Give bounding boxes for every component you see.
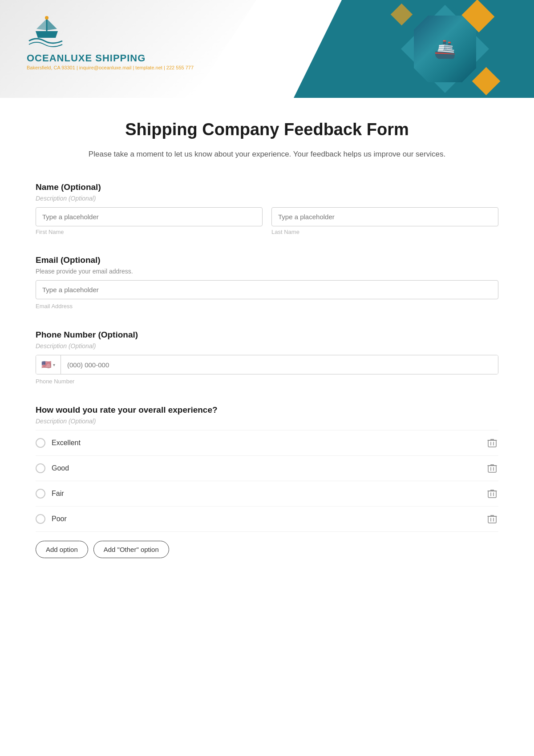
name-section: Name (Optional) Description (Optional) F… <box>36 182 498 235</box>
last-name-input[interactable] <box>271 207 498 226</box>
phone-number-input[interactable] <box>61 355 498 374</box>
rating-options-list: Excellent Good <box>36 430 498 532</box>
radio-button-excellent[interactable] <box>36 438 45 448</box>
rating-option-poor[interactable]: Poor <box>36 507 498 532</box>
add-other-option-button[interactable]: Add "Other" option <box>93 541 169 558</box>
radio-button-poor[interactable] <box>36 514 45 524</box>
svg-rect-3 <box>488 440 496 447</box>
phone-field-wrap: 🇺🇸 ▾ <box>36 355 498 374</box>
add-option-button[interactable]: Add option <box>36 541 88 558</box>
rating-section: How would you rate your overall experien… <box>36 405 498 558</box>
svg-rect-6 <box>488 516 496 523</box>
email-section: Email (Optional) Please provide your ema… <box>36 255 498 310</box>
radio-button-fair[interactable] <box>36 489 45 499</box>
radio-button-good[interactable] <box>36 463 45 473</box>
phone-section: Phone Number (Optional) Description (Opt… <box>36 330 498 385</box>
rating-option-label-poor: Poor <box>52 515 67 523</box>
svg-rect-4 <box>488 466 496 472</box>
company-tagline: Bakersfield, CA 93301 | inquire@oceanlux… <box>27 65 194 70</box>
page-header: OceanLuxe Shipping Bakersfield, CA 93301… <box>0 0 534 98</box>
header-image-area: 🚢 <box>383 4 507 93</box>
first-name-wrap: First Name <box>36 207 263 235</box>
delete-option-poor-icon[interactable] <box>486 513 498 525</box>
ship-image: 🚢 <box>414 16 476 82</box>
phone-country-selector[interactable]: 🇺🇸 ▾ <box>36 355 61 374</box>
delete-option-fair-icon[interactable] <box>486 487 498 500</box>
phone-section-label: Phone Number (Optional) <box>36 330 498 340</box>
rating-section-description: Description (Optional) <box>36 418 498 425</box>
chevron-down-icon: ▾ <box>53 362 55 367</box>
last-name-sublabel: Last Name <box>271 229 498 235</box>
rating-option-left: Poor <box>36 514 67 524</box>
name-section-description: Description (Optional) <box>36 195 498 202</box>
phone-section-description: Description (Optional) <box>36 342 498 350</box>
last-name-wrap: Last Name <box>271 207 498 235</box>
email-sublabel: Email Address <box>36 303 73 310</box>
name-section-label: Name (Optional) <box>36 182 498 192</box>
email-input[interactable] <box>36 280 498 299</box>
rating-section-label: How would you rate your overall experien… <box>36 405 498 415</box>
email-field-wrap <box>36 280 498 299</box>
form-subtitle: Please take a moment to let us know abou… <box>36 148 498 160</box>
diamond-frame: 🚢 <box>392 4 498 93</box>
company-name: OceanLuxe Shipping <box>27 52 194 64</box>
rating-option-left: Fair <box>36 489 64 499</box>
rating-option-label-good: Good <box>52 464 69 472</box>
rating-option-left: Good <box>36 463 69 473</box>
rating-option-label-excellent: Excellent <box>52 439 81 447</box>
rating-option-excellent[interactable]: Excellent <box>36 430 498 456</box>
name-fields-row: First Name Last Name <box>36 207 498 235</box>
phone-sublabel: Phone Number <box>36 378 74 385</box>
country-flag-icon: 🇺🇸 <box>41 360 51 370</box>
company-logo-icon <box>27 13 67 49</box>
first-name-sublabel: First Name <box>36 229 263 235</box>
first-name-input[interactable] <box>36 207 263 226</box>
diamond-accent-bottomright <box>472 67 501 96</box>
main-content: Shipping Company Feedback Form Please ta… <box>0 98 534 600</box>
rating-option-good[interactable]: Good <box>36 456 498 481</box>
diamond-accent-topleft <box>391 4 413 25</box>
delete-option-good-icon[interactable] <box>486 462 498 475</box>
add-option-row: Add option Add "Other" option <box>36 541 498 558</box>
email-section-description: Please provide your email address. <box>36 268 498 275</box>
rating-option-label-fair: Fair <box>52 490 64 498</box>
logo-area: OceanLuxe Shipping Bakersfield, CA 93301… <box>27 13 194 70</box>
rating-option-left: Excellent <box>36 438 81 448</box>
email-section-label: Email (Optional) <box>36 255 498 265</box>
form-title: Shipping Company Feedback Form <box>36 120 498 139</box>
delete-option-excellent-icon[interactable] <box>486 437 498 449</box>
rating-option-fair[interactable]: Fair <box>36 481 498 507</box>
svg-point-2 <box>45 16 49 20</box>
svg-rect-5 <box>488 491 496 498</box>
